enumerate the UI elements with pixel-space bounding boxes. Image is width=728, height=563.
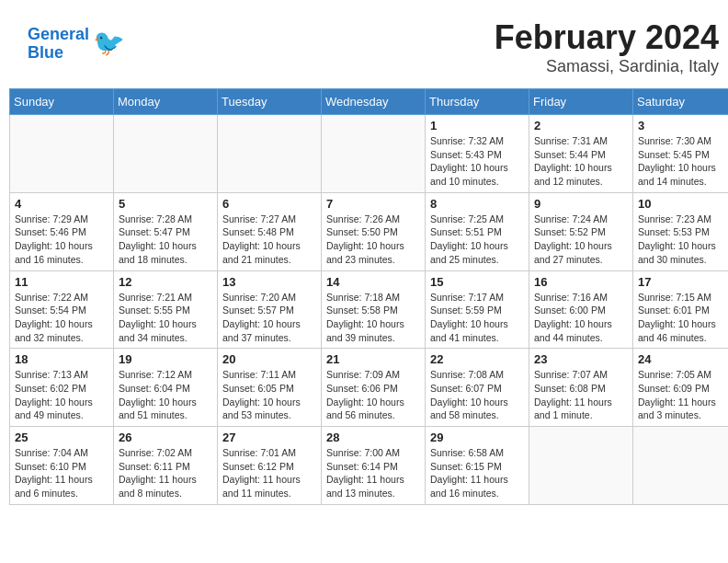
col-monday: Monday — [114, 89, 218, 115]
calendar-day-cell: 12Sunrise: 7:21 AMSunset: 5:55 PMDayligh… — [114, 270, 218, 349]
day-number: 4 — [15, 197, 108, 211]
day-number: 24 — [638, 352, 728, 366]
day-info: Sunrise: 7:09 AMSunset: 6:06 PMDaylight:… — [326, 368, 420, 422]
calendar-day-cell — [322, 115, 426, 193]
day-number: 7 — [326, 197, 420, 211]
day-info: Sunrise: 7:22 AMSunset: 5:54 PMDaylight:… — [15, 291, 108, 345]
day-info: Sunrise: 7:05 AMSunset: 6:09 PMDaylight:… — [638, 368, 728, 422]
day-info: Sunrise: 7:23 AMSunset: 5:53 PMDaylight:… — [638, 213, 728, 267]
calendar-day-cell: 5Sunrise: 7:28 AMSunset: 5:47 PMDaylight… — [114, 192, 218, 270]
calendar-day-cell: 15Sunrise: 7:17 AMSunset: 5:59 PMDayligh… — [426, 270, 529, 349]
col-sunday: Sunday — [10, 89, 114, 115]
calendar-day-cell — [529, 427, 633, 505]
calendar-day-cell: 28Sunrise: 7:00 AMSunset: 6:14 PMDayligh… — [322, 427, 426, 505]
calendar-day-cell: 26Sunrise: 7:02 AMSunset: 6:11 PMDayligh… — [114, 427, 218, 505]
day-number: 12 — [119, 275, 212, 289]
day-number: 8 — [430, 197, 524, 211]
day-number: 19 — [119, 352, 212, 366]
day-info: Sunrise: 7:21 AMSunset: 5:55 PMDaylight:… — [119, 291, 212, 345]
calendar-day-cell: 22Sunrise: 7:08 AMSunset: 6:07 PMDayligh… — [426, 349, 529, 427]
day-info: Sunrise: 7:17 AMSunset: 5:59 PMDaylight:… — [430, 291, 524, 345]
day-info: Sunrise: 7:25 AMSunset: 5:51 PMDaylight:… — [430, 213, 524, 267]
day-number: 10 — [638, 197, 728, 211]
day-number: 15 — [430, 275, 524, 289]
day-number: 26 — [119, 431, 212, 444]
logo-line1: General — [28, 26, 89, 44]
day-info: Sunrise: 7:11 AMSunset: 6:05 PMDaylight:… — [222, 368, 316, 422]
day-number: 21 — [326, 352, 420, 366]
day-info: Sunrise: 7:24 AMSunset: 5:52 PMDaylight:… — [534, 213, 628, 267]
day-number: 16 — [534, 275, 628, 289]
day-info: Sunrise: 7:08 AMSunset: 6:07 PMDaylight:… — [430, 368, 524, 422]
day-info: Sunrise: 7:00 AMSunset: 6:14 PMDaylight:… — [326, 446, 420, 500]
day-number: 25 — [15, 431, 108, 444]
calendar-day-cell: 2Sunrise: 7:31 AMSunset: 5:44 PMDaylight… — [529, 115, 633, 193]
day-info: Sunrise: 7:31 AMSunset: 5:44 PMDaylight:… — [534, 134, 628, 189]
calendar-day-cell: 27Sunrise: 7:01 AMSunset: 6:12 PMDayligh… — [218, 427, 322, 505]
col-friday: Friday — [529, 89, 633, 115]
day-number: 6 — [222, 197, 316, 211]
calendar-week-row: 18Sunrise: 7:13 AMSunset: 6:02 PMDayligh… — [10, 349, 729, 427]
calendar-day-cell: 6Sunrise: 7:27 AMSunset: 5:48 PMDaylight… — [218, 192, 322, 270]
calendar-day-cell — [10, 115, 114, 193]
day-info: Sunrise: 7:04 AMSunset: 6:10 PMDaylight:… — [15, 446, 108, 500]
col-tuesday: Tuesday — [218, 89, 322, 115]
day-number: 18 — [15, 352, 108, 366]
calendar-day-cell: 3Sunrise: 7:30 AMSunset: 5:45 PMDaylight… — [633, 115, 729, 193]
calendar-day-cell: 14Sunrise: 7:18 AMSunset: 5:58 PMDayligh… — [322, 270, 426, 349]
day-info: Sunrise: 7:13 AMSunset: 6:02 PMDaylight:… — [15, 368, 108, 422]
calendar-day-cell: 18Sunrise: 7:13 AMSunset: 6:02 PMDayligh… — [10, 349, 114, 427]
calendar-day-cell: 17Sunrise: 7:15 AMSunset: 6:01 PMDayligh… — [633, 270, 729, 349]
calendar-day-cell: 16Sunrise: 7:16 AMSunset: 6:00 PMDayligh… — [529, 270, 633, 349]
logo: General Blue 🐦 — [28, 26, 125, 63]
logo-bird-icon: 🐦 — [93, 29, 125, 58]
day-info: Sunrise: 7:20 AMSunset: 5:57 PMDaylight:… — [222, 291, 316, 345]
calendar-day-cell — [218, 115, 322, 193]
day-info: Sunrise: 7:27 AMSunset: 5:48 PMDaylight:… — [222, 213, 316, 267]
col-saturday: Saturday — [633, 89, 729, 115]
day-number: 3 — [638, 119, 728, 132]
calendar-day-cell: 11Sunrise: 7:22 AMSunset: 5:54 PMDayligh… — [10, 270, 114, 349]
calendar-day-cell: 7Sunrise: 7:26 AMSunset: 5:50 PMDaylight… — [322, 192, 426, 270]
calendar-day-cell: 1Sunrise: 7:32 AMSunset: 5:43 PMDaylight… — [426, 115, 529, 193]
day-number: 22 — [430, 352, 524, 366]
day-info: Sunrise: 7:18 AMSunset: 5:58 PMDaylight:… — [326, 291, 420, 345]
day-info: Sunrise: 7:32 AMSunset: 5:43 PMDaylight:… — [430, 134, 524, 189]
day-number: 20 — [222, 352, 316, 366]
calendar-day-cell: 10Sunrise: 7:23 AMSunset: 5:53 PMDayligh… — [633, 192, 729, 270]
calendar-day-cell: 13Sunrise: 7:20 AMSunset: 5:57 PMDayligh… — [218, 270, 322, 349]
calendar-header-row: Sunday Monday Tuesday Wednesday Thursday… — [10, 89, 729, 115]
day-info: Sunrise: 7:26 AMSunset: 5:50 PMDaylight:… — [326, 213, 420, 267]
day-info: Sunrise: 7:16 AMSunset: 6:00 PMDaylight:… — [534, 291, 628, 345]
logo-line2: Blue — [28, 44, 89, 63]
day-number: 13 — [222, 275, 316, 289]
calendar-day-cell: 4Sunrise: 7:29 AMSunset: 5:46 PMDaylight… — [10, 192, 114, 270]
calendar-day-cell: 29Sunrise: 6:58 AMSunset: 6:15 PMDayligh… — [426, 427, 529, 505]
calendar-day-cell — [114, 115, 218, 193]
calendar-day-cell: 20Sunrise: 7:11 AMSunset: 6:05 PMDayligh… — [218, 349, 322, 427]
day-info: Sunrise: 7:28 AMSunset: 5:47 PMDaylight:… — [119, 213, 212, 267]
col-wednesday: Wednesday — [322, 89, 426, 115]
day-info: Sunrise: 7:30 AMSunset: 5:45 PMDaylight:… — [638, 134, 728, 189]
col-thursday: Thursday — [426, 89, 529, 115]
calendar-day-cell: 21Sunrise: 7:09 AMSunset: 6:06 PMDayligh… — [322, 349, 426, 427]
day-info: Sunrise: 6:58 AMSunset: 6:15 PMDaylight:… — [430, 446, 524, 500]
day-info: Sunrise: 7:15 AMSunset: 6:01 PMDaylight:… — [638, 291, 728, 345]
day-number: 1 — [430, 119, 524, 132]
day-info: Sunrise: 7:29 AMSunset: 5:46 PMDaylight:… — [15, 213, 108, 267]
calendar-day-cell: 24Sunrise: 7:05 AMSunset: 6:09 PMDayligh… — [633, 349, 729, 427]
day-number: 27 — [222, 431, 316, 444]
calendar-day-cell: 8Sunrise: 7:25 AMSunset: 5:51 PMDaylight… — [426, 192, 529, 270]
calendar-day-cell — [633, 427, 729, 505]
day-info: Sunrise: 7:01 AMSunset: 6:12 PMDaylight:… — [222, 446, 316, 500]
day-number: 17 — [638, 275, 728, 289]
day-number: 28 — [326, 431, 420, 444]
calendar-day-cell: 23Sunrise: 7:07 AMSunset: 6:08 PMDayligh… — [529, 349, 633, 427]
day-info: Sunrise: 7:07 AMSunset: 6:08 PMDaylight:… — [534, 368, 628, 422]
day-number: 23 — [534, 352, 628, 366]
calendar-week-row: 25Sunrise: 7:04 AMSunset: 6:10 PMDayligh… — [10, 427, 729, 505]
calendar-week-row: 11Sunrise: 7:22 AMSunset: 5:54 PMDayligh… — [10, 270, 729, 349]
calendar-week-row: 4Sunrise: 7:29 AMSunset: 5:46 PMDaylight… — [10, 192, 729, 270]
day-number: 9 — [534, 197, 628, 211]
day-number: 14 — [326, 275, 420, 289]
